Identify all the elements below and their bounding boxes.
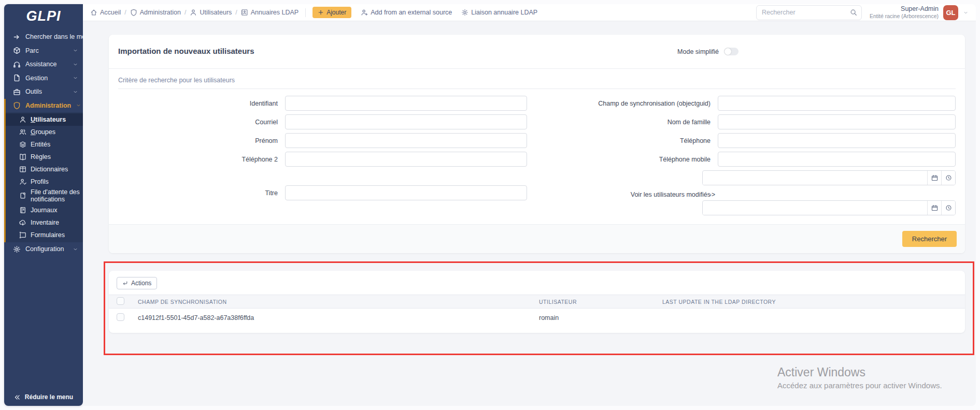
results-card: Actions CHAMP DE SYNCHRONISATION UTILISA… [109, 271, 965, 333]
chevron-down-icon [73, 246, 78, 252]
sidebar-item-profils[interactable]: Profils [6, 175, 83, 188]
forms-icon [19, 231, 26, 239]
sync-field-input[interactable] [718, 96, 956, 111]
sidebar-item-parc[interactable]: Parc [4, 44, 83, 58]
calendar-icon [931, 204, 938, 211]
simplified-mode-label: Mode simplifié [677, 48, 719, 55]
calendar-button[interactable] [927, 201, 941, 215]
column-last-update: LAST UPDATE IN THE LDAP DIRECTORY [662, 299, 965, 305]
sidebar-item-inventaire[interactable]: Inventaire [6, 216, 83, 229]
sidebar-item-menu-search[interactable]: Chercher dans le menu [4, 30, 83, 44]
chevron-down-icon [73, 48, 78, 53]
sidebar-item-outils[interactable]: Outils [4, 85, 83, 99]
time-button[interactable] [941, 171, 955, 185]
telephone-label: Téléphone [547, 137, 718, 144]
simplified-mode-toggle[interactable] [724, 48, 738, 55]
sidebar-item-formulaires[interactable]: Formulaires [6, 229, 83, 241]
breadcrumb: Accueil / Administration / Utilisateurs … [90, 9, 299, 16]
sidebar-item-gestion[interactable]: Gestion [4, 71, 83, 85]
courriel-field[interactable] [285, 114, 527, 129]
corner-down-left-icon [122, 281, 128, 286]
date-from-group [702, 170, 956, 185]
dictionary-icon [19, 166, 26, 173]
time-button[interactable] [941, 201, 955, 215]
select-all-checkbox[interactable] [117, 297, 124, 305]
add-button[interactable]: Ajouter [313, 7, 351, 18]
calendar-icon [931, 174, 938, 181]
breadcrumb-accueil[interactable]: Accueil [90, 9, 121, 16]
date-from-input[interactable] [703, 171, 927, 185]
windows-activation-watermark: Activer Windows Accédez aux paramètres p… [777, 365, 942, 390]
clock-icon [945, 204, 952, 211]
nom-famille-label: Nom de famille [547, 119, 718, 126]
users-icon [19, 128, 26, 136]
headset-icon [13, 61, 21, 68]
clock-icon [945, 174, 952, 181]
chevron-down-icon [73, 75, 78, 81]
identifiant-field[interactable] [285, 96, 527, 111]
top-bar: Accueil / Administration / Utilisateurs … [83, 4, 976, 21]
sidebar-item-dictionnaires[interactable]: Dictionnaires [6, 163, 83, 175]
add-external-source-button[interactable]: Add from an external source [361, 9, 452, 16]
journal-icon [19, 207, 26, 214]
plus-icon [318, 9, 324, 16]
criteria-heading: Critère de recherche pour les utilisateu… [118, 77, 956, 89]
user-icon [19, 116, 26, 123]
notification-queue-icon [19, 192, 26, 199]
briefcase-icon [13, 88, 21, 96]
sidebar-item-assistance[interactable]: Assistance [4, 57, 83, 71]
chevron-down-icon [73, 62, 78, 67]
sidebar: GLPI Chercher dans le menu Parc Assistan… [4, 4, 83, 406]
layers-icon [19, 141, 26, 148]
breadcrumb-utilisateurs[interactable]: Utilisateurs [190, 9, 232, 16]
sidebar-item-utilisateurs[interactable]: Utilisateurs [6, 113, 83, 126]
date-to-input[interactable] [703, 201, 927, 215]
shield-icon [13, 101, 21, 109]
avatar[interactable]: GL [943, 5, 958, 20]
sidebar-item-administration[interactable]: Administration [6, 99, 83, 113]
main-content: Importation de nouveaux utilisateurs Mod… [83, 21, 976, 406]
calendar-button[interactable] [927, 171, 941, 185]
ldap-link-button[interactable]: Liaison annuaire LDAP [461, 9, 537, 16]
nom-famille-field[interactable] [718, 114, 956, 129]
telephone-mobile-field[interactable] [718, 152, 956, 167]
glpi-logo[interactable]: GLPI [4, 4, 83, 28]
row-checkbox[interactable] [117, 313, 124, 321]
search-criteria-form: Identifiant Courriel Prénom Téléphone 2 [109, 89, 965, 219]
rechercher-button[interactable]: Rechercher [902, 231, 957, 247]
telephone-field[interactable] [718, 133, 956, 148]
collapse-menu-button[interactable]: Réduire le menu [4, 393, 83, 401]
breadcrumb-administration[interactable]: Administration [130, 9, 181, 16]
sidebar-item-journaux[interactable]: Journaux [6, 204, 83, 216]
user-plus-icon [361, 9, 368, 16]
user-entity: Entité racine (Arborescence) [870, 13, 939, 20]
arrow-right-icon [13, 33, 21, 41]
user-icon [190, 9, 197, 16]
cell-user: romain [539, 314, 662, 321]
column-sync-field: CHAMP DE SYNCHRONISATION [138, 299, 539, 305]
titre-field[interactable] [285, 185, 527, 200]
chevron-down-icon [76, 102, 81, 108]
telephone2-field[interactable] [285, 152, 527, 167]
actions-button[interactable]: Actions [117, 277, 157, 289]
sidebar-item-regles[interactable]: Règles [6, 151, 83, 163]
sidebar-item-file-attente[interactable]: File d'attente des notifications [6, 188, 83, 204]
prenom-field[interactable] [285, 133, 527, 148]
date-to-group [702, 200, 956, 215]
cell-sync-field: c14912f1-5501-45d7-a582-a67a38f6ffda [138, 314, 539, 321]
global-search-input[interactable] [756, 5, 862, 20]
range-separator: -> [709, 191, 715, 198]
import-users-card: Importation de nouveaux utilisateurs Mod… [109, 35, 965, 253]
sidebar-item-groupes[interactable]: Groupes [6, 126, 83, 138]
table-row: c14912f1-5501-45d7-a582-a67a38f6ffda rom… [109, 309, 965, 327]
user-menu[interactable]: Super-Admin Entité racine (Arborescence)… [870, 5, 969, 20]
sidebar-item-entites[interactable]: Entités [6, 138, 83, 151]
address-book-icon [241, 9, 248, 16]
global-search [756, 5, 862, 20]
breadcrumb-annuaires-ldap[interactable]: Annuaires LDAP [241, 9, 299, 16]
telephone2-label: Téléphone 2 [118, 156, 285, 163]
sidebar-item-configuration[interactable]: Configuration [4, 242, 83, 256]
highlight-rectangle: Actions CHAMP DE SYNCHRONISATION UTILISA… [104, 261, 974, 355]
book-icon [19, 153, 26, 160]
results-table-header: CHAMP DE SYNCHRONISATION UTILISATEUR LAS… [109, 295, 965, 309]
